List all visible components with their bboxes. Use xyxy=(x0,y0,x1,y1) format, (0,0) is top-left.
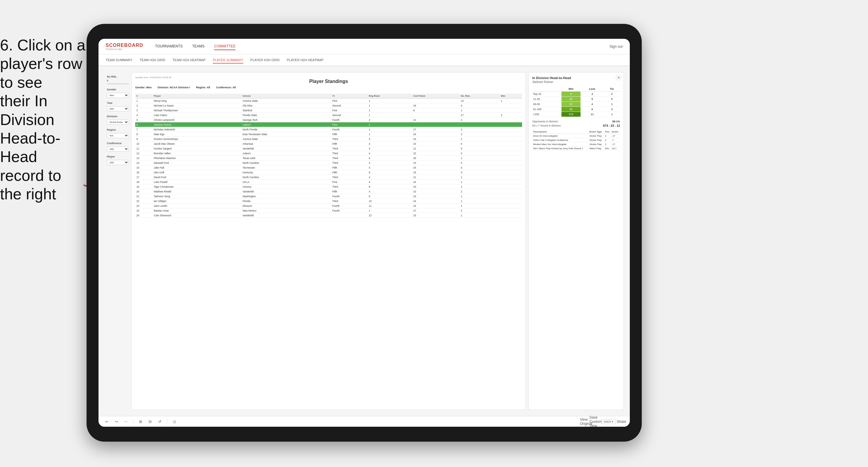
nav-committee[interactable]: COMMITTEE xyxy=(214,43,236,50)
table-row[interactable]: 9 Preston Summerhays Arizona State Third… xyxy=(135,137,522,142)
tournament-row[interactable]: Mirabel Maui Jim Intercollegiate Stroke … xyxy=(532,142,620,147)
toolbar-btn-3[interactable]: ⊟ xyxy=(147,418,154,425)
player-select[interactable]: (All) xyxy=(107,160,129,165)
h2h-tie: 5 xyxy=(604,97,620,102)
cell-rds: 27 xyxy=(460,113,500,118)
h2h-tie: 1 xyxy=(604,102,620,107)
sub-nav-team-h2h-grid[interactable]: TEAM H2H GRID xyxy=(140,57,165,63)
h2h-win: 8 xyxy=(561,92,581,97)
table-row[interactable]: 15 Jake Hall Tennessee Fifth 4 25 0 xyxy=(135,165,522,170)
nav-teams[interactable]: TEAMS xyxy=(192,43,205,50)
cell-rds: 0 xyxy=(460,160,500,165)
col-tournament: Tournament xyxy=(532,130,589,134)
cell-school: North Carolina xyxy=(242,175,331,180)
cell-conf xyxy=(412,113,459,118)
table-row[interactable]: 7 Nicholas Gabrelcik North Florida Fourt… xyxy=(135,127,522,132)
toolbar-right: View: Original Save Custom View Watch ▾ … xyxy=(582,418,625,425)
table-row[interactable]: 8 Mats Ege East Tennessee State Fifth 1 … xyxy=(135,132,522,137)
sub-nav-player-h2h-heatmap[interactable]: PLAYER H2H HEATMAP xyxy=(287,57,323,63)
cell-win xyxy=(500,137,522,142)
col-score-val: -7 xyxy=(611,138,620,142)
nav-tournaments[interactable]: TOURNAMENTS xyxy=(155,43,183,50)
no-rds-filter: No Rds. 6 xyxy=(107,75,129,85)
tournament-row[interactable]: Amer Ari Intercollegiate Stroke Play 4 -… xyxy=(532,134,620,138)
cell-win xyxy=(500,142,522,146)
wlt-row: W-L-T record in-division: 674 - 33 - 12 xyxy=(532,124,620,127)
year-filter-label: Year xyxy=(107,101,129,104)
cell-num: 22 xyxy=(135,199,153,204)
cell-win xyxy=(500,165,522,170)
cell-conf: 30 xyxy=(412,156,459,160)
panel-title: Player Standings xyxy=(135,79,522,84)
h2h-loss: 3 xyxy=(581,92,604,97)
view-original-button[interactable]: View: Original xyxy=(582,418,590,425)
table-row[interactable]: 1 Wenyi Ding Arizona State First 1 14 1 xyxy=(135,98,522,103)
conference-select[interactable]: (All) xyxy=(107,147,129,152)
cell-yr: First xyxy=(331,180,367,184)
table-row[interactable]: 14 Maxwell Ford North Carolina Third 4 2… xyxy=(135,160,522,165)
cell-yr: Third xyxy=(331,151,367,156)
toolbar-clock[interactable]: ◷ xyxy=(171,418,178,425)
cell-player: Christo Lamprecht xyxy=(153,118,242,122)
sign-out-button[interactable]: Sign out xyxy=(610,44,623,49)
h2h-row: 51-100 46 6 3 xyxy=(532,107,620,112)
table-row[interactable]: 13 Phichaksn Maichon Texas A&M Third 6 3… xyxy=(135,156,522,160)
table-row[interactable]: 20 Matthew Riedel Vanderbilt Fifth 4 22 … xyxy=(135,189,522,194)
table-row[interactable]: 24 Bastian Amat New Mexico Fourth 1 27 2 xyxy=(135,208,522,213)
table-row[interactable]: 18 Luke Powell UCLA First 4 24 1 xyxy=(135,180,522,184)
save-custom-button[interactable]: Save Custom View xyxy=(592,418,599,425)
tournament-row[interactable]: Fallon Oak Collegiate Invitational Strok… xyxy=(532,138,620,142)
share-button[interactable]: Share xyxy=(618,418,625,425)
table-row[interactable]: 17 David Ford North Carolina Third 4 21 … xyxy=(135,175,522,180)
sub-nav-team-h2h-heatmap[interactable]: TEAM H2H HEATMAP xyxy=(173,57,206,63)
toolbar-btn-4[interactable]: ↺ xyxy=(156,418,163,425)
division-select[interactable]: NCAA Division I xyxy=(107,120,129,125)
cell-player: Preston Summerhays xyxy=(153,137,242,142)
cell-player: Mats Ege xyxy=(153,132,242,137)
table-row[interactable]: 2 Michael La Sasso Ole Miss Second 1 18 … xyxy=(135,103,522,108)
h2h-close-button[interactable]: ✕ xyxy=(616,75,621,80)
table-row[interactable]: 3 Michael Thorbjornsen Stanford First 1 … xyxy=(135,108,522,113)
cell-win xyxy=(500,199,522,204)
cell-reg: 1 xyxy=(367,132,412,137)
gender-select[interactable]: Men xyxy=(107,93,129,98)
instruction-text: 6. Click on a player's row to see their … xyxy=(0,36,87,204)
table-row[interactable]: 21 Taehoon Song Washington Fourth 6 23 1 xyxy=(135,194,522,199)
tournament-row[interactable]: SEC Match Play Hosted by Jerry Pate Roun… xyxy=(532,147,620,151)
table-row[interactable]: 4 Luke Claton Florida State Second 1 27 … xyxy=(135,113,522,118)
cell-school: Arizona State xyxy=(242,98,331,103)
table-row[interactable]: 25 Cole Sherwood Vanderbilt 12 23 1 xyxy=(135,213,522,218)
cell-rds: 1 xyxy=(460,180,500,184)
instruction-line4: Head-to-Head xyxy=(0,129,60,165)
standings-table-scroll[interactable]: # Player School Yr Reg Rank Conf Rank No… xyxy=(135,94,522,406)
sub-nav-player-summary[interactable]: PLAYER SUMMARY xyxy=(213,57,243,64)
watch-button[interactable]: Watch ▾ xyxy=(601,419,616,424)
sub-nav: TEAM SUMMARY TEAM H2H GRID TEAM H2H HEAT… xyxy=(98,54,630,66)
cell-win xyxy=(500,122,522,127)
table-row[interactable]: 10 Jacob Max Olesen Arkansas Fifth 4 23 … xyxy=(135,142,522,146)
table-row[interactable]: 6 Jackson Koivun Auburn First 2 xyxy=(135,122,522,127)
region-select[interactable]: N/a xyxy=(107,133,129,138)
h2h-col-rank xyxy=(532,87,561,92)
cell-player: Cole Sherwood xyxy=(153,213,242,218)
undo-button[interactable]: ↩ xyxy=(103,418,111,425)
table-row[interactable]: 12 Brendan Valles Auburn Third 4 22 0 xyxy=(135,151,522,156)
toolbar-btn-2[interactable]: ⊞ xyxy=(137,418,144,425)
range-slider[interactable] xyxy=(107,83,129,85)
cell-school: Washington xyxy=(242,194,331,199)
table-row[interactable]: 23 Jack Lundin Missouri Fourth 11 24 1 xyxy=(135,204,522,208)
table-row[interactable]: 16 Alex Goff Kentucky Fifth 8 19 0 xyxy=(135,170,522,175)
conference-filter: Conference (All) xyxy=(107,142,129,152)
sub-nav-player-h2h-grid[interactable]: PLAYER H2H GRID xyxy=(250,57,280,63)
year-select[interactable]: (All) xyxy=(107,106,129,111)
toolbar-btn-1[interactable]: ⋯ xyxy=(122,418,129,425)
table-row[interactable]: 19 Tiger Christensen Arizona Third 8 23 … xyxy=(135,184,522,189)
redo-button[interactable]: ↪ xyxy=(113,418,120,425)
cell-rds: 2 xyxy=(460,208,500,213)
sub-nav-team-summary[interactable]: TEAM SUMMARY xyxy=(106,57,132,63)
table-row[interactable]: 11 Gordon Sargent Vanderbilt Third 4 21 … xyxy=(135,146,522,151)
table-row[interactable]: 5 Christo Lamprecht Georgia Tech Fourth … xyxy=(135,118,522,122)
toolbar-sep-1 xyxy=(133,419,133,425)
table-row[interactable]: 22 Ian Gilligan Florida Third 10 24 1 xyxy=(135,199,522,204)
cell-reg: 3 xyxy=(367,137,412,142)
